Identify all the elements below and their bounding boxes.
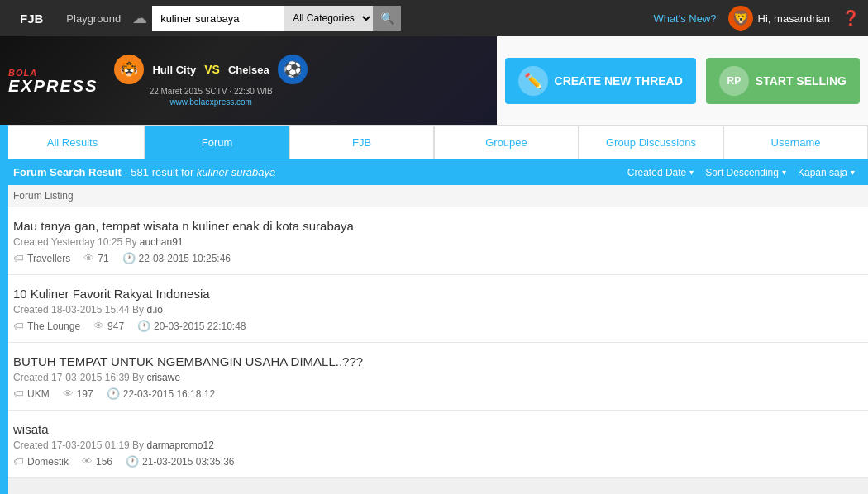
tab-forum[interactable]: Forum <box>145 126 289 159</box>
thread-views-count: 197 <box>77 388 93 400</box>
tab-fjb[interactable]: FJB <box>289 126 434 159</box>
search-area: All Categories 🔍 <box>152 6 401 31</box>
thread-last-activity: 🕐 22-03-2015 16:18:12 <box>107 387 215 400</box>
rp-icon: Rp <box>719 66 749 96</box>
help-icon[interactable]: ❓ <box>842 9 860 27</box>
thread-item-0: Mau tanya gan, tempat wisata n kuliner e… <box>0 207 868 275</box>
hull-crest-icon: 🐯 <box>114 55 144 84</box>
views-icon: 👁 <box>83 252 94 264</box>
match-date: 22 Maret 2015 SCTV · 22:30 WIB <box>150 87 273 96</box>
tag-icon: 🏷 <box>13 387 24 400</box>
express-text: EXPRESS <box>8 78 98 94</box>
tab-groupee[interactable]: Groupee <box>434 126 579 159</box>
forum-listing-header: Forum Listing <box>0 185 868 207</box>
thread-author[interactable]: auchan91 <box>140 236 184 248</box>
filter-date[interactable]: Created Date ▾ <box>627 167 694 178</box>
thread-category: Domestik <box>27 456 69 468</box>
filter-sort[interactable]: Sort Descending ▾ <box>705 167 786 178</box>
tag-icon: 🏷 <box>13 455 24 468</box>
away-team: Chelsea <box>228 64 269 76</box>
tag-icon: 🏷 <box>13 320 24 332</box>
clock-icon: 🕐 <box>107 387 120 400</box>
thread-last-activity: 🕐 21-03-2015 03:35:36 <box>126 455 234 468</box>
bola-text: BOLA <box>8 68 98 78</box>
pencil-icon: ✏️ <box>518 66 548 96</box>
forum-listing-label: Forum Listing <box>13 190 74 202</box>
thread-views-count: 156 <box>96 456 112 468</box>
thread-item-3: wisata Created 17-03-2015 01:19 By darma… <box>0 411 868 478</box>
thread-meta: Created Yesterday 10:25 By auchan91 <box>13 236 855 248</box>
thread-tag[interactable]: 🏷 Travellers <box>13 252 70 264</box>
tab-username[interactable]: Username <box>723 126 868 159</box>
create-thread-button[interactable]: ✏️ Create New Thread <box>505 58 696 104</box>
thread-category: UKM <box>27 388 50 400</box>
results-query: kuliner surabaya <box>197 166 275 178</box>
thread-title[interactable]: Mau tanya gan, tempat wisata n kuliner e… <box>13 219 855 233</box>
tab-all-results[interactable]: All Results <box>0 126 145 159</box>
thread-author[interactable]: crisawe <box>146 372 180 383</box>
filter-time[interactable]: Kapan saja ▾ <box>798 167 855 178</box>
thread-views: 👁 197 <box>63 387 93 400</box>
thread-views: 👁 156 <box>82 455 112 468</box>
chelsea-crest-icon: ⚽ <box>278 55 308 84</box>
thread-tags: 🏷 The Lounge 👁 947 🕐 20-03-2015 22:10:48 <box>13 320 855 332</box>
thread-tag[interactable]: 🏷 UKM <box>13 387 50 400</box>
threads-container: Mau tanya gan, tempat wisata n kuliner e… <box>0 207 868 478</box>
search-button[interactable]: 🔍 <box>373 6 401 31</box>
avatar: 🦁 <box>728 6 753 31</box>
start-selling-button[interactable]: Rp Start Selling <box>706 58 860 104</box>
thread-tag[interactable]: 🏷 The Lounge <box>13 320 80 332</box>
results-filters: Created Date ▾ Sort Descending ▾ Kapan s… <box>627 167 855 178</box>
thread-tags: 🏷 Domestik 👁 156 🕐 21-03-2015 03:35:36 <box>13 455 855 468</box>
clock-icon: 🕐 <box>137 320 150 332</box>
home-team: Hull City <box>152 64 196 76</box>
filter-time-arrow-icon: ▾ <box>851 168 855 177</box>
tab-group-discussions[interactable]: Group Discussions <box>579 126 723 159</box>
thread-meta: Created 17-03-2015 16:39 By crisawe <box>13 372 855 383</box>
thread-title[interactable]: BUTUH TEMPAT UNTUK NGEMBANGIN USAHA DIMA… <box>13 354 855 368</box>
thread-views: 👁 71 <box>83 252 108 264</box>
thread-meta: Created 18-03-2015 15:44 By d.io <box>13 304 855 316</box>
views-icon: 👁 <box>63 387 74 400</box>
start-selling-label: Start Selling <box>756 74 847 88</box>
thread-title[interactable]: wisata <box>13 422 855 436</box>
user-info: 🦁 Hi, masandrian <box>728 6 830 31</box>
bola-express-logo: BOLA EXPRESS <box>8 68 98 94</box>
thread-category: The Lounge <box>27 321 80 332</box>
category-select[interactable]: All Categories <box>284 6 373 31</box>
thread-last-activity-date: 22-03-2015 16:18:12 <box>123 388 215 400</box>
filter-sort-arrow-icon: ▾ <box>782 168 786 177</box>
filter-date-label: Created Date <box>627 167 686 178</box>
thread-author[interactable]: d.io <box>146 304 162 316</box>
thread-tags: 🏷 UKM 👁 197 🕐 22-03-2015 16:18:12 <box>13 387 855 400</box>
match-info: 🐯 Hull City VS Chelsea ⚽ 22 Maret 2015 S… <box>114 55 307 107</box>
thread-category: Travellers <box>27 253 70 264</box>
search-input[interactable] <box>152 6 284 31</box>
thread-last-activity-date: 21-03-2015 03:35:36 <box>142 456 234 468</box>
thread-tag[interactable]: 🏷 Domestik <box>13 455 69 468</box>
filter-date-arrow-icon: ▾ <box>689 168 694 177</box>
thread-author[interactable]: darmapromo12 <box>146 439 213 451</box>
banner-image[interactable]: BOLA EXPRESS 🐯 Hull City VS Chelsea ⚽ 22… <box>0 36 497 125</box>
banner-area: BOLA EXPRESS 🐯 Hull City VS Chelsea ⚽ 22… <box>0 36 868 126</box>
results-title-area: Forum Search Result - 581 result for kul… <box>13 166 275 178</box>
vs-text: VS <box>204 63 220 76</box>
thread-tags: 🏷 Travellers 👁 71 🕐 22-03-2015 10:25:46 <box>13 252 855 264</box>
thread-views-count: 71 <box>98 253 108 264</box>
thread-views: 👁 947 <box>93 320 124 332</box>
results-count-text: - 581 result for <box>124 166 196 178</box>
thread-title[interactable]: 10 Kuliner Favorit Rakyat Indonesia <box>13 287 855 301</box>
username-label: Hi, masandrian <box>758 12 830 25</box>
create-thread-label: Create New Thread <box>555 74 683 88</box>
nav-link-playground[interactable]: Playground <box>55 0 132 36</box>
whats-new-link[interactable]: What's New? <box>653 12 716 25</box>
thread-item-2: BUTUH TEMPAT UNTUK NGEMBANGIN USAHA DIMA… <box>0 343 868 411</box>
brand-fjb[interactable]: FJB <box>8 12 55 26</box>
tag-icon: 🏷 <box>13 252 24 264</box>
thread-item-1: 10 Kuliner Favorit Rakyat Indonesia Crea… <box>0 275 868 343</box>
views-icon: 👁 <box>93 320 104 332</box>
thread-last-activity-date: 22-03-2015 10:25:46 <box>139 253 231 264</box>
clock-icon: 🕐 <box>122 252 136 264</box>
results-title: Forum Search Result <box>13 166 122 178</box>
thread-last-activity: 🕐 20-03-2015 22:10:48 <box>137 320 246 332</box>
